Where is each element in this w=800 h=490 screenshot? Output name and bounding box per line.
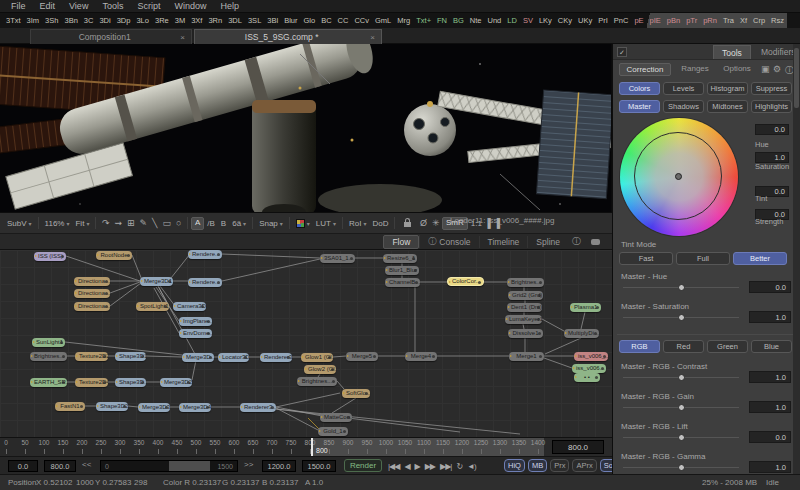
tool-shortcut-txt+[interactable]: Txt+	[413, 13, 434, 28]
tool-shortcut-fn[interactable]: FN	[434, 13, 450, 28]
flow-node-iss-v006-[interactable]: iss_v006...	[572, 364, 606, 373]
flow-node-glow2-gl-[interactable]: Glow2 (Gl...	[304, 365, 336, 374]
current-frame-field[interactable]: 800.0	[552, 440, 604, 454]
tool-shortcut-sv[interactable]: SV	[520, 13, 536, 28]
lock-icon[interactable]	[398, 219, 417, 227]
flow-node-dissolve1[interactable]: Dissolve1	[508, 329, 543, 338]
tab-close-icon[interactable]: ×	[370, 33, 375, 42]
gain-gamma-button[interactable]: 6ä▾	[229, 219, 249, 228]
flow-node-dent1-dnt-[interactable]: Dent1 (Dnt)	[507, 303, 542, 312]
master-rgb-contrast-slider[interactable]	[623, 377, 739, 378]
tool-shortcut-3di[interactable]: 3Di	[96, 13, 113, 28]
composition-tab-2[interactable]: ISS_5_9SG.comp *×	[194, 29, 382, 44]
channel-button-green[interactable]: Green	[707, 340, 748, 353]
last-frame-button[interactable]: ▶▶|	[440, 462, 451, 471]
tool-shortcut-rsz[interactable]: Rsz	[768, 13, 787, 28]
menu-script[interactable]: Script	[130, 1, 167, 11]
menu-window[interactable]: Window	[167, 1, 213, 11]
tint-mode-full[interactable]: Full	[676, 252, 730, 265]
range-left-button[interactable]: <<	[82, 460, 91, 469]
tool-shortcut-pbn[interactable]: pBn	[664, 13, 683, 28]
master-rgb-gain-slider[interactable]	[623, 407, 739, 408]
flow-node-channelb-[interactable]: ChannelB...	[385, 278, 420, 287]
menu-tools[interactable]: Tools	[95, 1, 130, 11]
mode-button-levels[interactable]: Levels	[663, 82, 704, 95]
tool-shortcut-3bn[interactable]: 3Bn	[61, 13, 80, 28]
flow-node-merge1[interactable]: Merge1	[509, 352, 544, 361]
flow-node-renderer3-[interactable]: Renderer3...	[240, 403, 276, 412]
tab-close-icon[interactable]: ×	[180, 33, 185, 42]
range-slider-thumb[interactable]	[169, 461, 210, 471]
view-a-button[interactable]: A	[191, 217, 204, 230]
flow-node-shape3d2[interactable]: Shape3D2	[96, 402, 128, 411]
global-end-field[interactable]: 1500.0	[302, 460, 336, 472]
tab-tools[interactable]: Tools	[713, 45, 751, 59]
rect-icon[interactable]: ▭	[160, 218, 174, 228]
zoom-level-button[interactable]: 116%▾	[42, 219, 73, 228]
view-ab-button[interactable]: /B	[204, 219, 218, 228]
flow-node-spotlight1[interactable]: SpotLight1	[136, 302, 169, 311]
flow-node-merge4[interactable]: Merge4	[405, 352, 437, 361]
view-b-button[interactable]: B	[218, 219, 229, 228]
tool-shortcut-3lo[interactable]: 3Lo	[133, 13, 152, 28]
range-slider[interactable]: 0 1500	[100, 460, 238, 472]
line-icon[interactable]: ╲	[150, 218, 160, 228]
flow-node-directiona-[interactable]: Directiona...	[74, 302, 110, 311]
master-saturation-value[interactable]: 1.0	[749, 311, 791, 323]
disable-icon[interactable]: Ø	[417, 218, 429, 228]
flow-node-3sa01-1-[interactable]: 3SA01_1...	[320, 254, 355, 263]
toggle-aprx[interactable]: APrx	[572, 459, 596, 472]
flow-node-lumakeyer1[interactable]: LumaKeyer1	[505, 315, 542, 324]
flow-node-envdome-[interactable]: EnvDome...	[179, 329, 212, 338]
flow-node-merge3d3[interactable]: Merge3D3	[138, 403, 170, 412]
flow-node-texture2d2[interactable]: Texture2D2	[75, 352, 108, 361]
master-rgb-contrast-value[interactable]: 1.0	[749, 371, 791, 383]
gear-icon[interactable]: ⚙	[773, 64, 781, 74]
channel-button-rgb[interactable]: RGB	[619, 340, 660, 353]
flow-node-plasma1[interactable]: Plasma1	[570, 303, 601, 312]
tool-shortcut-3sh[interactable]: 3Sh	[42, 13, 61, 28]
composition-tab-1[interactable]: Composition1×	[30, 29, 192, 44]
flow-node-glow1-gl-[interactable]: Glow1 (Gl...	[301, 353, 333, 362]
flow-node-editor[interactable]: ISS (ISS)RootNodeRendere...Directiona...…	[0, 250, 612, 437]
tool-shortcut-pie[interactable]: pIE	[647, 13, 664, 28]
flow-node-brightnes-[interactable]: Brightnes...	[507, 278, 544, 287]
tool-shortcut-tra[interactable]: Tra	[720, 13, 737, 28]
flow-node-brightnes-[interactable]: Brightnes...	[30, 352, 67, 361]
tool-shortcut-pnc[interactable]: PnC	[611, 13, 632, 28]
list-view-icon[interactable]: ▣	[761, 64, 770, 74]
flow-node-texture2d4[interactable]: Texture2D4	[75, 378, 108, 387]
range-button-master[interactable]: Master	[619, 100, 660, 113]
flow-node-softglo-[interactable]: SoftGlo...	[342, 389, 370, 398]
render-button[interactable]: Render	[344, 459, 382, 472]
flow-node-multiplydi-[interactable]: MultiplyDi...	[564, 329, 599, 338]
tool-shortcut-pri[interactable]: PrI	[595, 13, 611, 28]
flow-node-camera3d1[interactable]: Camera3D1	[173, 302, 206, 311]
master-rgb-gamma-slider[interactable]	[623, 467, 739, 468]
flow-node-merge3d-[interactable]: Merge3D...	[182, 353, 214, 362]
flow-node-blur1-blur[interactable]: Blur1_Blur	[385, 266, 419, 275]
fast-forward-button[interactable]: ▶▶	[425, 462, 435, 471]
range-right-button[interactable]: >>	[244, 460, 253, 469]
flow-node-sunlight1[interactable]: SunLight1	[32, 338, 65, 347]
audio-button[interactable]: ◄)	[467, 462, 476, 471]
tool-shortcut-3dl[interactable]: 3DL	[225, 13, 245, 28]
flow-node-iss-v006-[interactable]: iss_v006_...	[574, 352, 608, 361]
tool-shortcut-uky[interactable]: UKy	[575, 13, 595, 28]
tool-shortcut-3txt[interactable]: 3Txt	[3, 13, 24, 28]
tool-shortcut-cc[interactable]: CC	[335, 13, 352, 28]
ellipse-icon[interactable]: ○	[174, 218, 184, 228]
flow-node-earth-sr-[interactable]: EARTH_SR...	[30, 378, 67, 387]
tool-shortcut-pe[interactable]: pE	[631, 13, 646, 28]
subview-button[interactable]: SubV▾	[4, 219, 35, 228]
channel-button-red[interactable]: Red	[663, 340, 704, 353]
master-saturation-slider-thumb[interactable]	[678, 314, 685, 321]
tool-enable-checkbox[interactable]: ✓	[617, 47, 627, 57]
tool-shortcut-mrg[interactable]: Mrg	[394, 13, 413, 28]
tab-flow[interactable]: Flow	[383, 235, 419, 249]
snowflake-icon[interactable]: ✳	[429, 218, 442, 228]
mode-button-histogram[interactable]: Histogram	[707, 82, 748, 95]
toggle-mb[interactable]: MB	[528, 459, 547, 472]
tool-shortcut-cky[interactable]: CKy	[555, 13, 575, 28]
tab-timeline[interactable]: Timeline	[479, 236, 528, 248]
